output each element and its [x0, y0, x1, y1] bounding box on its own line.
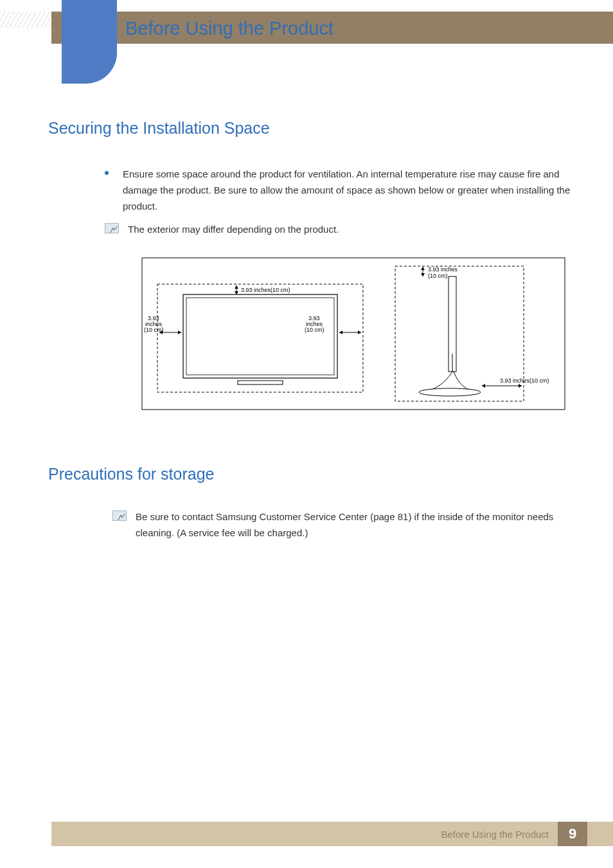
clearance-diagram: 3.93 inches(10 cm) 3.93 inches (10 cm) 3…	[141, 257, 565, 410]
page-footer: Before Using the Product 9	[51, 822, 613, 846]
section-heading-storage: Precautions for storage	[48, 465, 574, 484]
footer-page-number: 9	[558, 822, 587, 846]
footer-text: Before Using the Product	[441, 829, 549, 840]
header-accent-block	[62, 0, 117, 84]
header-hatch-decoration	[0, 12, 51, 28]
note-item: The exterior may differ depending on the…	[105, 222, 574, 238]
svg-text:(10 cm): (10 cm)	[305, 327, 324, 333]
svg-text:(10 cm): (10 cm)	[144, 327, 164, 333]
bullet-item: Ensure some space around the product for…	[105, 167, 574, 214]
diagram-label-top-left: 3.93 inches(10 cm)	[241, 287, 290, 293]
note-item-storage: Be sure to contact Samsung Customer Serv…	[112, 509, 574, 541]
svg-rect-3	[186, 298, 334, 375]
note-text-storage: Be sure to contact Samsung Customer Serv…	[136, 509, 574, 541]
diagram-label-bottom-right: 3.93 inches(10 cm)	[500, 377, 549, 384]
note-icon	[105, 223, 119, 233]
svg-point-16	[419, 388, 481, 396]
svg-text:3.93 inches: 3.93 inches	[428, 266, 458, 273]
note-icon	[112, 511, 127, 521]
svg-rect-4	[238, 381, 283, 384]
section-heading-installation: Securing the Installation Space	[48, 119, 574, 138]
page-title: Before Using the Product	[125, 18, 333, 39]
bullet-dot-icon	[105, 171, 109, 175]
content-area: Securing the Installation Space Ensure s…	[48, 119, 574, 549]
note-text: The exterior may differ depending on the…	[128, 222, 339, 238]
bullet-text: Ensure some space around the product for…	[123, 167, 574, 214]
svg-text:(10 cm): (10 cm)	[428, 273, 448, 279]
